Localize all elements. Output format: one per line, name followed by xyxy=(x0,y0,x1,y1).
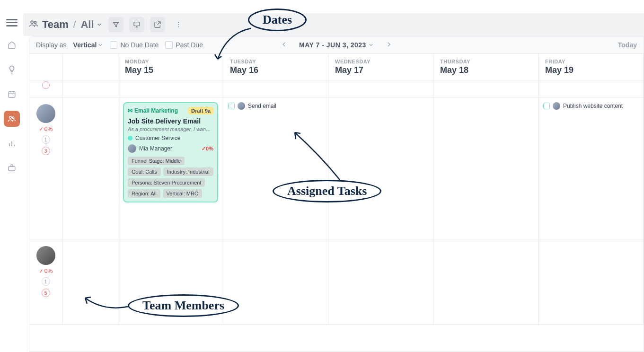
member-badge-1: 1 xyxy=(42,277,50,286)
collapse-icon[interactable] xyxy=(42,81,50,89)
assignee-avatar xyxy=(128,144,136,153)
card-progress: ✓0% xyxy=(202,146,213,152)
calendar-header: MONDAYMay 15 TUESDAYMay 16 WEDNESDAYMay … xyxy=(29,54,644,80)
briefcase-icon[interactable] xyxy=(4,160,20,176)
filter-button[interactable] xyxy=(108,17,124,32)
task-send-email[interactable]: Send email xyxy=(228,102,323,110)
prev-member-row xyxy=(29,80,644,97)
svg-point-9 xyxy=(178,26,179,27)
analytics-icon[interactable] xyxy=(4,135,20,151)
task-card[interactable]: ✉ Email Marketing Draft 9a Job Site Deli… xyxy=(123,102,218,202)
card-assignee: Mia Manager xyxy=(139,145,172,152)
member-badge-2: 3 xyxy=(42,147,50,155)
svg-point-7 xyxy=(178,22,179,23)
breadcrumb-all[interactable]: All xyxy=(80,18,102,31)
more-button[interactable] xyxy=(171,17,186,32)
display-as-label: Display as xyxy=(36,41,67,49)
svg-point-2 xyxy=(12,116,14,118)
svg-point-8 xyxy=(178,24,179,25)
breadcrumb-sep: / xyxy=(73,19,76,30)
member-avatar[interactable] xyxy=(36,246,55,265)
prev-week-button[interactable] xyxy=(278,39,290,52)
task-publish[interactable]: Publish website content xyxy=(543,102,638,110)
date-range-select[interactable]: MAY 7 - JUN 3, 2023 xyxy=(299,41,374,49)
member-progress: ✓0% xyxy=(39,126,53,132)
display-mode-select[interactable]: Vertical xyxy=(73,41,104,49)
team-small-icon xyxy=(29,19,38,30)
past-due-checkbox[interactable]: Past Due xyxy=(165,41,203,49)
card-tags: Funnel Stage: Middle Goal: Calls Industr… xyxy=(128,157,213,198)
card-status: Draft 9a xyxy=(188,107,213,114)
topbar: Team / All xyxy=(23,13,644,36)
member-badge-1: 1 xyxy=(42,135,50,144)
annotation-arrow xyxy=(80,292,132,316)
svg-point-1 xyxy=(9,116,11,118)
tag: Persona: Steven Procurement xyxy=(128,178,205,187)
tag: Goal: Calls xyxy=(128,167,161,176)
settings-bar: Display as Vertical No Due Date Past Due… xyxy=(29,36,644,54)
card-service: Customer Service xyxy=(135,135,180,141)
svg-rect-0 xyxy=(9,91,15,97)
card-title: Job Site Delivery Email xyxy=(128,117,213,125)
tag: Vertical: MRO xyxy=(163,189,203,198)
svg-point-4 xyxy=(31,21,33,23)
share-button[interactable] xyxy=(150,17,165,32)
tag: Funnel Stage: Middle xyxy=(128,157,185,165)
lightbulb-icon[interactable] xyxy=(4,62,20,78)
svg-point-5 xyxy=(34,21,36,23)
home-icon[interactable] xyxy=(4,37,20,53)
calendar-icon[interactable] xyxy=(4,86,20,102)
tag: Industry: Industrial xyxy=(163,167,213,176)
team-icon[interactable] xyxy=(4,111,20,127)
screen-button[interactable] xyxy=(129,17,144,32)
left-rail xyxy=(0,13,23,352)
page-title: Team xyxy=(42,18,69,31)
annotation-arrow xyxy=(288,128,354,185)
hamburger-icon[interactable] xyxy=(6,17,18,28)
svg-rect-3 xyxy=(9,167,15,171)
member-avatar[interactable] xyxy=(36,104,55,123)
day-col-fri: FRIDAYMay 19 xyxy=(538,54,644,80)
day-col-thu: THURSDAYMay 18 xyxy=(433,54,538,80)
annotation-arrow xyxy=(203,24,256,66)
next-week-button[interactable] xyxy=(383,39,395,52)
tag: Region: All xyxy=(128,189,160,198)
member-badge-2: 5 xyxy=(42,289,50,297)
day-col-wed: WEDNESDAYMay 17 xyxy=(328,54,433,80)
no-due-date-checkbox[interactable]: No Due Date xyxy=(110,41,159,49)
today-button[interactable]: Today xyxy=(618,41,637,49)
card-desc: As a procurement manager, I wan… xyxy=(128,126,213,132)
svg-rect-6 xyxy=(134,22,140,26)
card-category: ✉ Email Marketing xyxy=(128,107,178,114)
member-progress: ✓0% xyxy=(39,268,53,274)
